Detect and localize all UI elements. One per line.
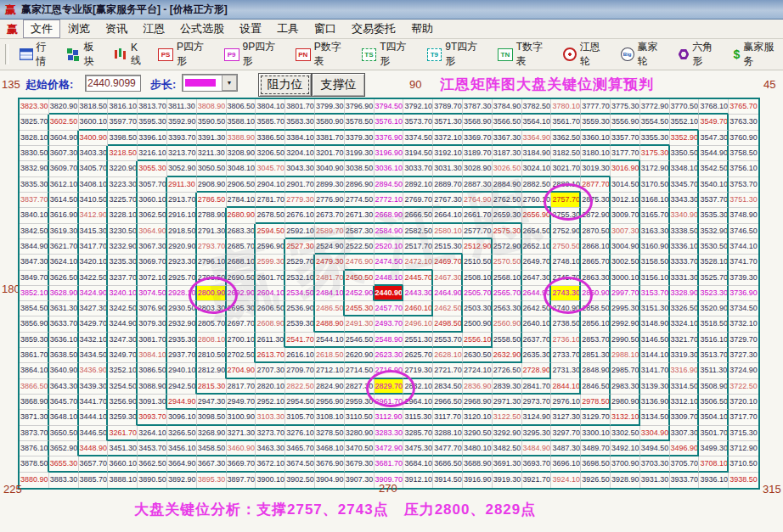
matrix-cell: 3242.50: [108, 301, 138, 316]
matrix-cell: 2592.10: [285, 224, 315, 239]
matrix-cell: 3136.90: [640, 395, 670, 410]
matrix-cell: 2805.70: [197, 316, 227, 332]
menu-item-formula-stock-pick[interactable]: 公式选股: [172, 20, 232, 38]
matrix-cell: 3271.30: [227, 426, 256, 441]
matrix-cell: 2551.30: [403, 333, 433, 348]
matrix-cell: 2620.90: [345, 348, 375, 363]
toolbar-item-label: 赢家轮: [638, 40, 668, 69]
matrix-cell: 2556.10: [463, 333, 493, 348]
menu-item-help[interactable]: 帮助: [403, 20, 441, 38]
menu-item-file[interactable]: 文件: [23, 20, 60, 38]
matrix-cell: 3614.50: [49, 193, 79, 208]
matrix-cell: 3864.10: [20, 363, 49, 378]
menu-item-browse[interactable]: 浏览: [60, 20, 98, 38]
matrix-cell: 2892.10: [403, 177, 433, 193]
matrix-cell: 2755.30: [551, 208, 581, 223]
matrix-cell: 3703.30: [640, 456, 670, 472]
toolbar-item-sectors[interactable]: 板块: [67, 40, 104, 69]
matrix-cell: 3852.10: [20, 286, 49, 301]
matrix-cell: 2668.90: [375, 208, 404, 223]
menu-item-trade[interactable]: 交易委托: [344, 20, 403, 38]
angle-label-135: 135: [2, 78, 20, 91]
matrix-cell: 3453.70: [138, 441, 167, 456]
matrix-cell: 3228.10: [108, 208, 138, 223]
toolbar-item-9p-square[interactable]: P99P四方形: [224, 40, 284, 69]
toolbar-item-label: 赢家服务: [743, 40, 783, 69]
matrix-cell: 3208.90: [227, 146, 256, 161]
toolbar-item-t-number-table[interactable]: TNT数字表: [498, 40, 552, 69]
matrix-cell: 2644.90: [522, 286, 552, 301]
matrix-cell: 3151.30: [640, 301, 670, 316]
matrix-cell: 2793.70: [197, 239, 227, 255]
matrix-cell: 3093.70: [138, 410, 167, 425]
toolbar-item-p-number-table[interactable]: PNP数字表: [296, 40, 351, 69]
matrix-cell: 2887.30: [463, 177, 493, 193]
matrix-cell: 2932.90: [167, 316, 197, 332]
matrix-cell: 3590.50: [197, 115, 227, 130]
matrix-cell: 3223.30: [108, 177, 138, 193]
matrix-cell: 3237.70: [108, 271, 138, 286]
support-button[interactable]: 支撑位: [312, 73, 365, 97]
matrix-cell: 2944.90: [167, 395, 197, 410]
matrix-cell: 2985.70: [611, 363, 640, 378]
candlestick-icon: [115, 50, 117, 59]
step-select[interactable]: ▼: [182, 74, 238, 92]
matrix-cell: 3252.10: [108, 363, 138, 378]
matrix-cell: 3616.90: [49, 208, 79, 223]
toolbar-item-p-square[interactable]: PSP四方形: [158, 40, 213, 69]
matrix-cell: 3292.90: [493, 426, 522, 441]
toolbar-item-t-square[interactable]: TST四方形: [362, 40, 416, 69]
menu-item-tools[interactable]: 工具: [269, 20, 307, 38]
matrix-cell: 2649.70: [522, 255, 552, 270]
start-price-input[interactable]: [85, 75, 141, 92]
matrix-cell: 2690.50: [227, 271, 256, 286]
menu-item-gann[interactable]: 江恩: [135, 20, 172, 38]
matrix-cell: 3060.10: [138, 193, 167, 208]
matrix-cell: 2455.30: [345, 301, 375, 316]
toolbar-item-quotes[interactable]: 行情: [20, 40, 56, 69]
matrix-cell: 2616.10: [285, 348, 315, 363]
matrix-cell: 3057.70: [138, 177, 167, 193]
matrix-cell: 2673.70: [315, 208, 345, 223]
menu-item-settings[interactable]: 设置: [232, 20, 269, 38]
matrix-cell: 3158.50: [640, 255, 670, 270]
toolbar-item-winner-service[interactable]: $赢家服务: [734, 40, 783, 69]
matrix-cell: 3796.90: [345, 99, 375, 115]
matrix-cell: 3417.70: [79, 239, 109, 255]
matrix-cell: 2560.90: [493, 316, 522, 332]
resistance-button[interactable]: 阻力位: [258, 73, 312, 97]
matrix-cell: 2894.50: [375, 177, 404, 193]
matrix-cell: 3888.10: [108, 473, 138, 488]
matrix-cell: 3499.30: [699, 441, 729, 456]
toolbar-item-winner-wheel[interactable]: Big赢家轮: [621, 40, 668, 69]
matrix-cell: 3331.30: [670, 271, 700, 286]
toolbar-item-kline[interactable]: K线: [115, 42, 147, 68]
matrix-cell: 2930.50: [167, 301, 197, 316]
matrix-cell: 3256.90: [108, 395, 138, 410]
matrix-cell: 3576.10: [375, 115, 404, 130]
menu-item-news[interactable]: 资讯: [98, 20, 135, 38]
matrix-cell: 3460.90: [227, 441, 256, 456]
matrix-cell: 3933.70: [670, 473, 700, 488]
matrix-cell: 2529.70: [285, 255, 315, 270]
matrix-cell: 2716.90: [375, 363, 404, 378]
matrix-cell: 2973.70: [522, 395, 552, 410]
toolbar-item-hexagon[interactable]: 六角形: [679, 40, 723, 69]
toolbar-item-gann-wheel[interactable]: 江恩轮: [563, 40, 610, 69]
menu-item-window[interactable]: 窗口: [307, 20, 344, 38]
matrix-cell: 2978.50: [581, 395, 611, 410]
matrix-cell: 2697.70: [227, 316, 256, 332]
matrix-cell: 2486.50: [315, 301, 345, 316]
matrix-cell: 3792.10: [403, 99, 433, 115]
matrix-cell: 2517.70: [403, 239, 433, 255]
matrix-cell: 2500.90: [463, 316, 493, 332]
gann-price-square-grid: 3823.303820.903818.503816.103813.703811.…: [18, 98, 760, 490]
matrix-cell: 2964.10: [403, 395, 433, 410]
toolbar-item-9t-square[interactable]: T99T四方形: [427, 40, 487, 69]
chevron-down-icon[interactable]: ▼: [222, 75, 237, 91]
matrix-cell: 3302.50: [611, 426, 640, 441]
matrix-cell: 3480.10: [463, 441, 493, 456]
matrix-cell: 3062.50: [138, 208, 167, 223]
matrix-cell: 3398.50: [108, 131, 138, 146]
matrix-cell: 2568.10: [493, 271, 522, 286]
